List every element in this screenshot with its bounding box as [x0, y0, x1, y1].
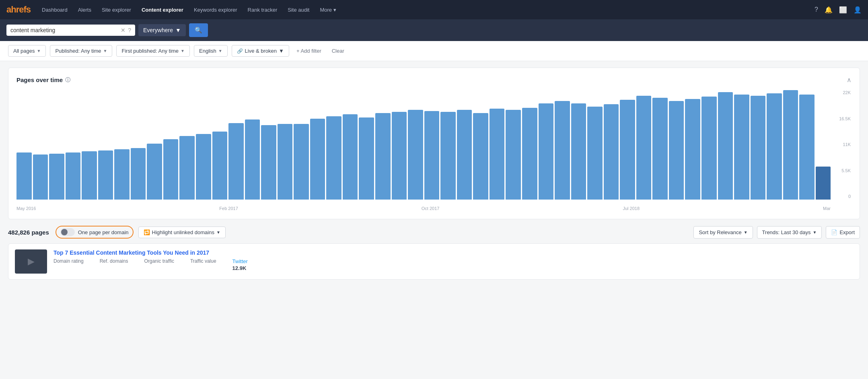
x-label: Feb 2017 — [219, 206, 238, 211]
bar-wrap-15 — [261, 90, 276, 200]
x-axis-labels: May 2016Feb 2017Oct 2017Jul 2018Mar — [16, 206, 831, 211]
bar-wrap-18 — [310, 90, 325, 200]
organic-traffic-col: Organic traffic — [144, 258, 174, 271]
first-published-label: First published: Any time — [121, 48, 179, 54]
results-count: 482,826 pages — [8, 229, 49, 236]
twitter-col: Twitter 12.9K — [232, 258, 248, 271]
clear-filters-button[interactable]: Clear — [329, 45, 348, 56]
bar-wrap-1 — [33, 90, 48, 200]
bar-40 — [669, 101, 684, 200]
language-label: English — [199, 48, 216, 54]
bar-wrap-36 — [604, 90, 619, 200]
bar-wrap-26 — [440, 90, 456, 200]
bar-wrap-45 — [751, 90, 766, 200]
bar-wrap-25 — [424, 90, 440, 200]
one-page-per-domain-label: One page per domain — [78, 229, 129, 235]
bar-wrap-31 — [522, 90, 537, 200]
chart-help-icon[interactable]: ⓘ — [65, 76, 70, 84]
bar-7 — [131, 148, 146, 200]
bar-wrap-3 — [66, 90, 81, 200]
x-label: Mar — [823, 206, 831, 211]
twitter-link[interactable]: Twitter — [232, 258, 248, 264]
one-page-per-domain-toggle[interactable] — [60, 228, 75, 236]
search-button[interactable]: 🔍 — [189, 23, 208, 37]
link-refresh-icon: 🔁 — [144, 229, 150, 235]
one-page-per-domain-toggle-wrap[interactable]: One page per domain — [56, 226, 134, 239]
bar-37 — [620, 100, 635, 200]
bar-19 — [326, 116, 341, 200]
first-published-filter[interactable]: First published: Any time ▼ — [116, 45, 190, 57]
highlight-unlinked-button[interactable]: 🔁 Highlight unlinked domains ▼ — [138, 227, 226, 238]
nav-link-dashboard[interactable]: Dashboard — [37, 4, 72, 15]
thumb-icon: ▶ — [28, 256, 35, 267]
highlight-unlinked-label: Highlight unlinked domains — [152, 229, 214, 235]
traffic-value-col: Traffic value — [190, 258, 216, 271]
bar-42 — [701, 97, 717, 200]
nav-link-more-▾[interactable]: More ▾ — [315, 4, 341, 15]
bar-6 — [114, 149, 130, 200]
bar-wrap-0 — [16, 90, 32, 200]
nav-link-site-explorer[interactable]: Site explorer — [97, 4, 136, 15]
add-filter-button[interactable]: + Add filter — [293, 45, 325, 56]
window-icon[interactable]: ⬜ — [839, 6, 847, 14]
nav-link-content-explorer[interactable]: Content explorer — [137, 4, 188, 15]
nav-links: DashboardAlertsSite explorerContent expl… — [37, 4, 341, 15]
nav-link-site-audit[interactable]: Site audit — [283, 4, 314, 15]
bar-wrap-42 — [701, 90, 717, 200]
bar-4 — [82, 151, 97, 200]
nav-link-rank-tracker[interactable]: Rank tracker — [243, 4, 282, 15]
bar-wrap-29 — [490, 90, 505, 200]
published-filter[interactable]: Published: Any time ▼ — [50, 45, 112, 57]
location-dropdown[interactable]: Everywhere ▼ — [138, 24, 186, 36]
bar-wrap-38 — [636, 90, 652, 200]
user-icon[interactable]: 👤 — [854, 6, 862, 14]
bar-43 — [718, 92, 733, 200]
result-thumbnail: ▶ — [15, 249, 47, 274]
bar-45 — [751, 96, 766, 200]
export-button[interactable]: 📄 Export — [826, 226, 860, 239]
bar-wrap-49 — [816, 90, 831, 200]
result-title-link[interactable]: Top 7 Essential Content Marketing Tools … — [53, 249, 853, 256]
chart-collapse-button[interactable]: ∧ — [847, 76, 852, 84]
traffic-value-header: Traffic value — [190, 258, 216, 264]
y-label: 11K — [843, 142, 851, 147]
bar-14 — [245, 119, 260, 200]
x-label: May 2016 — [16, 206, 36, 211]
search-bar: ✕ ? Everywhere ▼ 🔍 — [0, 19, 868, 41]
bar-wrap-20 — [343, 90, 358, 200]
organic-traffic-header: Organic traffic — [144, 258, 174, 264]
bar-wrap-47 — [783, 90, 798, 200]
bar-22 — [375, 113, 391, 200]
help-icon[interactable]: ? — [815, 6, 818, 13]
sort-by-button[interactable]: Sort by Relevance ▼ — [693, 226, 753, 239]
bar-0 — [16, 152, 32, 200]
bar-11 — [196, 134, 211, 200]
bar-wrap-32 — [539, 90, 554, 200]
bar-wrap-17 — [294, 90, 309, 200]
bar-wrap-33 — [555, 90, 570, 200]
bar-16 — [278, 124, 293, 200]
live-broken-filter[interactable]: 🔗 Live & broken ▼ — [232, 45, 289, 57]
bar-wrap-22 — [375, 90, 391, 200]
search-input[interactable] — [10, 27, 118, 33]
language-filter[interactable]: English ▼ — [194, 45, 228, 57]
bar-wrap-46 — [767, 90, 782, 200]
bar-3 — [66, 152, 81, 200]
search-help-icon[interactable]: ? — [128, 27, 131, 33]
bell-icon[interactable]: 🔔 — [825, 6, 833, 14]
trends-button[interactable]: Trends: Last 30 days ▼ — [757, 226, 822, 239]
twitter-count: 12.9K — [232, 265, 248, 271]
all-pages-filter[interactable]: All pages ▼ — [8, 45, 46, 57]
bar-35 — [587, 107, 603, 200]
nav-link-alerts[interactable]: Alerts — [73, 4, 96, 15]
bar-9 — [163, 139, 179, 200]
bar-wrap-35 — [587, 90, 603, 200]
bar-wrap-10 — [179, 90, 195, 200]
bar-31 — [522, 108, 537, 200]
x-label: Oct 2017 — [422, 206, 440, 211]
bar-wrap-30 — [506, 90, 521, 200]
bar-25 — [424, 111, 440, 200]
location-label: Everywhere — [143, 27, 173, 33]
nav-link-keywords-explorer[interactable]: Keywords explorer — [189, 4, 242, 15]
clear-search-icon[interactable]: ✕ — [121, 27, 125, 33]
